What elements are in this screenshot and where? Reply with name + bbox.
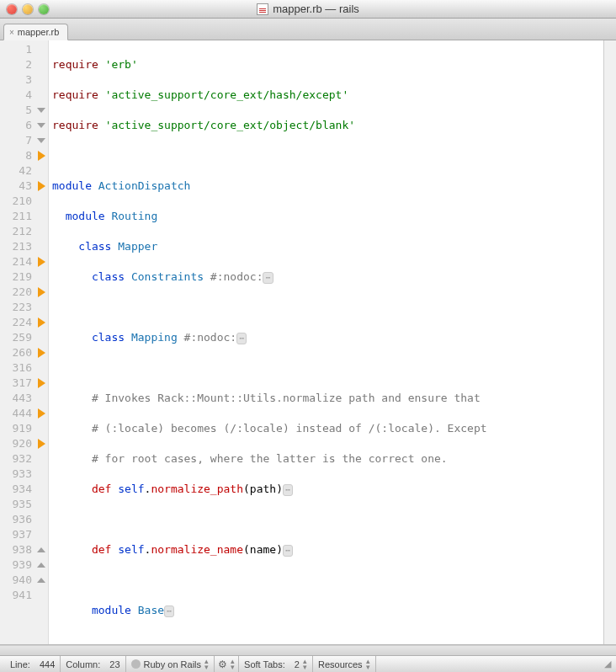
line-number: 444 [6,406,35,421]
line-number: 932 [6,451,35,467]
gutter-line[interactable]: 5 [0,103,48,118]
gutter-line[interactable]: 939 [0,557,48,573]
line-number: 220 [6,285,35,300]
fold-arrow-icon[interactable] [38,287,45,297]
line-number: 6 [6,118,35,133]
fold-close-icon[interactable] [37,563,45,568]
line-number: 935 [6,497,35,512]
fold-arrow-icon[interactable] [38,378,45,388]
gutter-line[interactable]: 4 [0,88,48,103]
tab-bar: × mapper.rb [0,19,616,40]
resize-handle[interactable]: ◢ [599,656,611,672]
fold-arrow-icon[interactable] [38,348,45,358]
spinner-icon: ▴▾ [366,659,370,670]
gutter-line[interactable]: 260 [0,345,48,360]
gutter-line[interactable]: 210 [0,194,48,209]
gutter-line[interactable]: 8 [0,148,48,163]
gutter-line[interactable]: 936 [0,512,48,527]
gutter-line[interactable]: 938 [0,542,48,557]
status-gear[interactable]: ⚙ ▴▾ [215,656,239,672]
line-number: 941 [6,588,35,603]
fold-close-icon[interactable] [37,547,45,552]
status-column: Column: 23 [61,656,125,672]
fold-arrow-icon[interactable] [38,181,45,191]
spinner-icon: ▴▾ [303,659,307,670]
line-number: 317 [6,376,35,391]
gutter-line[interactable]: 933 [0,467,48,482]
line-number: 316 [6,360,35,376]
line-number: 260 [6,345,35,360]
gutter-line[interactable]: 317 [0,376,48,391]
gutter-line[interactable]: 223 [0,300,48,315]
vertical-scrollbar[interactable] [603,40,616,644]
gutter-line[interactable]: 219 [0,269,48,285]
status-bar: Line: 444 Column: 23 Ruby on Rails ▴▾ ⚙ … [0,655,616,672]
fold-open-icon[interactable] [37,138,45,143]
line-number: 2 [6,57,35,72]
line-number: 938 [6,542,35,557]
window-titlebar: mapper.rb — rails [0,0,616,19]
line-number: 919 [6,421,35,436]
tab-mapper[interactable]: × mapper.rb [3,24,68,40]
gutter-line[interactable]: 220 [0,285,48,300]
gutter-line[interactable]: 932 [0,451,48,467]
fold-open-icon[interactable] [37,123,45,128]
gutter-line[interactable]: 259 [0,330,48,345]
line-number: 43 [6,179,35,194]
fold-arrow-icon[interactable] [38,408,45,419]
gutter-line[interactable]: 937 [0,527,48,542]
fold-arrow-icon[interactable] [38,439,45,449]
spinner-icon: ▴▾ [231,659,235,670]
line-number: 42 [6,163,35,179]
line-gutter[interactable]: 1234567842432102112122132142192202232242… [0,40,49,644]
gutter-line[interactable]: 2 [0,57,48,72]
line-number: 933 [6,467,35,482]
window-title-text: mapper.rb — rails [273,3,359,15]
gutter-line[interactable]: 213 [0,239,48,254]
fold-open-icon[interactable] [37,108,45,113]
gutter-line[interactable]: 3 [0,72,48,88]
line-number: 214 [6,254,35,269]
fold-arrow-icon[interactable] [38,151,45,161]
fold-arrow-icon[interactable] [38,317,45,328]
gutter-line[interactable]: 940 [0,573,48,588]
line-number: 213 [6,239,35,254]
line-number: 940 [6,573,35,588]
gutter-line[interactable]: 212 [0,224,48,239]
gutter-line[interactable]: 214 [0,254,48,269]
status-tabs[interactable]: Soft Tabs: 2 ▴▾ [239,656,313,672]
line-number: 937 [6,527,35,542]
tab-close-icon[interactable]: × [9,28,14,37]
gutter-line[interactable]: 7 [0,133,48,148]
status-language[interactable]: Ruby on Rails ▴▾ [126,656,215,672]
gutter-line[interactable]: 934 [0,482,48,497]
language-icon [131,659,141,669]
gutter-line[interactable]: 920 [0,436,48,451]
gutter-line[interactable]: 211 [0,209,48,224]
gutter-line[interactable]: 6 [0,118,48,133]
tab-label: mapper.rb [18,27,60,37]
line-number: 224 [6,315,35,330]
gutter-line[interactable]: 935 [0,497,48,512]
gutter-line[interactable]: 224 [0,315,48,330]
line-number: 259 [6,330,35,345]
gutter-line[interactable]: 919 [0,421,48,436]
line-number: 4 [6,88,35,103]
gutter-line[interactable]: 941 [0,588,48,603]
line-number: 1 [6,42,35,57]
gutter-line[interactable]: 444 [0,406,48,421]
line-number: 939 [6,557,35,573]
horizontal-scrollbar[interactable] [0,645,616,655]
status-bundle[interactable]: Resources ▴▾ [313,656,376,672]
gear-icon: ⚙ [218,659,227,670]
gutter-line[interactable]: 316 [0,360,48,376]
fold-close-icon[interactable] [37,578,45,583]
gutter-line[interactable]: 1 [0,42,48,57]
line-number: 210 [6,194,35,209]
gutter-line[interactable]: 43 [0,179,48,194]
status-line: Line: 444 [5,656,61,672]
code-area[interactable]: require 'erb' require 'active_support/co… [49,40,603,644]
gutter-line[interactable]: 42 [0,163,48,179]
fold-arrow-icon[interactable] [38,257,45,267]
gutter-line[interactable]: 443 [0,391,48,406]
